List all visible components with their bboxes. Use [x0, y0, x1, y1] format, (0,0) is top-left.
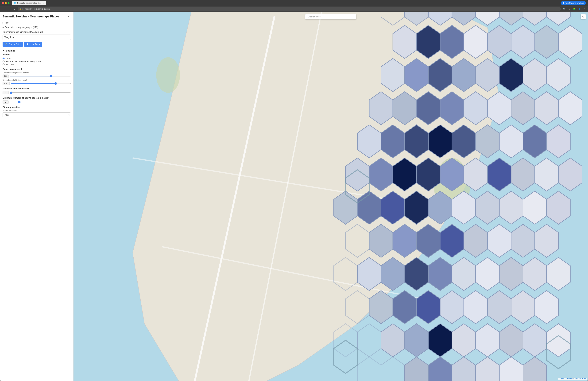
svg-marker-91 — [357, 324, 381, 357]
svg-marker-60 — [523, 191, 546, 224]
protomaps-link[interactable]: Protomaps — [565, 378, 572, 380]
radius-above-min-option[interactable]: Posts above minimum similarity score — [2, 60, 71, 63]
svg-marker-23 — [546, 59, 570, 92]
toolbar-icons: 🔍 ☆ 🧩 👤 ⋮ — [562, 7, 587, 11]
min-score-slider[interactable] — [10, 92, 71, 93]
active-tab[interactable]: 🌐 Semantic hexagonal on-the- ✕ — [12, 1, 46, 5]
lower-bounds-slider[interactable] — [10, 76, 71, 76]
address-bar[interactable]: 🔒 do-me.github.io/overture-places/ — [18, 7, 561, 11]
svg-marker-77 — [476, 257, 499, 291]
svg-marker-51 — [558, 158, 582, 191]
close-window-button[interactable] — [2, 2, 4, 4]
svg-marker-80 — [546, 257, 570, 291]
upper-bounds-slider-row: 0,762 — [2, 82, 71, 85]
chrome-update-button[interactable]: ⬆ New Chrome available — [561, 1, 586, 5]
svg-marker-86 — [464, 291, 487, 324]
minimize-window-button[interactable] — [5, 2, 7, 4]
statistic-select[interactable]: Max Min Mean Median Sum Count — [2, 112, 71, 117]
load-data-button[interactable]: ⬇ Load Data — [24, 42, 42, 47]
load-icon: ⬇ — [27, 43, 29, 45]
back-button[interactable]: ← — [1, 7, 6, 11]
bookmark-icon-btn[interactable]: ☆ — [567, 7, 571, 11]
panel-close-button[interactable]: ✕ — [66, 14, 71, 19]
languages-toggle[interactable]: ▶ Supported query languages (173) — [2, 26, 71, 29]
svg-marker-92 — [381, 324, 405, 357]
extensions-icon-btn[interactable]: 🧩 — [572, 7, 576, 11]
svg-marker-83 — [393, 291, 417, 324]
svg-marker-101 — [381, 357, 405, 381]
min-score-label: Minimum similarity score — [2, 87, 71, 90]
maximize-window-button[interactable] — [8, 2, 10, 4]
sidebar-panel: Semantic Hexbins - Overturemaps Places ✕… — [0, 12, 74, 381]
menu-icon-btn[interactable]: ⋮ — [582, 7, 587, 11]
svg-marker-58 — [476, 191, 499, 224]
address-search-container — [305, 14, 356, 19]
svg-marker-30 — [511, 92, 535, 125]
svg-marker-39 — [499, 125, 523, 158]
openstreetmap-link[interactable]: OpenStreetMap — [575, 378, 586, 380]
min-score-section: Minimum similarity score 0 — [2, 87, 71, 94]
map-layers-button[interactable]: ⧉ — [581, 14, 586, 19]
svg-marker-95 — [452, 324, 476, 357]
svg-marker-78 — [499, 257, 523, 291]
min-hexbin-slider[interactable] — [10, 102, 71, 102]
svg-marker-5 — [499, 12, 523, 25]
tab-close-button[interactable]: ✕ — [42, 2, 44, 4]
settings-section: ▼ Settings Radius Fixed Posts above mini… — [2, 49, 71, 117]
search-icon-btn[interactable]: 🔍 — [562, 7, 566, 11]
svg-marker-105 — [476, 357, 499, 381]
tab-bar: 🌐 Semantic hexagonal on-the- ✕ + — [12, 1, 559, 5]
layers-icon: ⧉ — [582, 15, 584, 18]
min-hexbin-value: 7 — [2, 100, 9, 104]
radius-above-min-radio[interactable] — [2, 60, 5, 62]
radius-fixed-option[interactable]: Fixed — [2, 57, 71, 60]
leaflet-link[interactable]: Leaflet — [559, 378, 564, 380]
upper-bounds-value: 0,762 — [2, 82, 10, 85]
svg-marker-15 — [558, 25, 582, 58]
query-data-button[interactable]: 🔍 Query Data — [2, 42, 23, 47]
min-score-slider-row: 0 — [2, 91, 71, 94]
address-search-input[interactable] — [305, 14, 356, 19]
svg-marker-79 — [523, 257, 546, 291]
traffic-lights — [2, 2, 10, 4]
select-statistic-label: Select Statistic: — [2, 110, 71, 112]
settings-toggle[interactable]: ▼ Settings — [2, 49, 71, 52]
lower-bounds-slider-row: 0,68 — [2, 74, 71, 78]
browser-window: 🌐 Semantic hexagonal on-the- ✕ + ⬆ New C… — [0, 0, 588, 381]
svg-marker-88 — [511, 291, 535, 324]
radius-above-min-label: Posts above minimum similarity score — [6, 60, 41, 63]
reload-button[interactable]: ↻ — [12, 7, 17, 11]
nav-bar: ← → ↻ 🔒 do-me.github.io/overture-places/… — [0, 6, 588, 12]
radius-all-posts-option[interactable]: All posts — [2, 63, 71, 66]
svg-marker-103 — [428, 357, 452, 381]
forward-button[interactable]: → — [7, 7, 11, 11]
map-container[interactable]: ⧉ Leaflet | Protomaps © OpenStreetMap — [74, 12, 588, 381]
panel-header: Semantic Hexbins - Overturemaps Places ✕ — [2, 14, 71, 19]
upper-bounds-slider[interactable] — [11, 83, 71, 84]
info-label: Info — [5, 22, 8, 24]
svg-marker-67 — [464, 224, 487, 257]
radius-all-posts-label: All posts — [6, 63, 14, 66]
park-area — [156, 57, 180, 93]
load-btn-label: Load Data — [30, 43, 40, 45]
min-hexbin-label: Minimum number of above scores in hexbin — [2, 97, 71, 99]
color-scale-label: Color scale extent — [2, 68, 71, 70]
radius-all-posts-radio[interactable] — [2, 63, 5, 66]
svg-marker-97 — [499, 324, 523, 357]
info-toggle[interactable]: ▶ Info — [2, 21, 71, 24]
svg-marker-40 — [523, 125, 546, 158]
svg-marker-89 — [535, 291, 558, 324]
svg-marker-14 — [535, 25, 558, 58]
query-input[interactable]: Tasty food — [2, 35, 71, 40]
info-section: ▶ Info — [2, 21, 71, 24]
settings-label: Settings — [6, 49, 15, 52]
svg-marker-96 — [476, 324, 499, 357]
radius-fixed-radio[interactable] — [2, 57, 5, 59]
svg-marker-22 — [523, 59, 546, 92]
tab-title: Semantic hexagonal on-the- — [17, 2, 41, 4]
profile-icon-btn[interactable]: 👤 — [577, 7, 582, 11]
new-tab-button[interactable]: + — [47, 1, 51, 5]
radius-label: Radius — [2, 53, 71, 56]
svg-marker-32 — [558, 92, 582, 125]
svg-marker-106 — [499, 357, 523, 381]
